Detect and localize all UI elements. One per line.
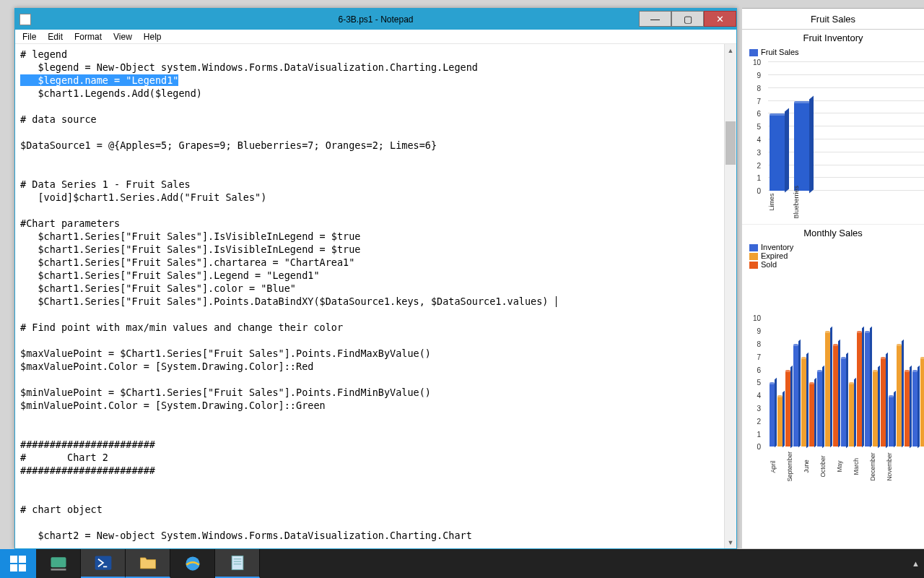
bar [833, 344, 838, 447]
chart2-title: Monthly Sales [746, 228, 920, 238]
bar [801, 357, 806, 447]
taskbar: ▲ [0, 549, 924, 578]
bar [849, 382, 854, 447]
chart-monthly-sales: Monthly Sales InventoryExpiredSold 01234… [742, 224, 924, 434]
legend-swatch [749, 262, 758, 269]
y-tick: 0 [757, 443, 761, 451]
taskbar-ie[interactable] [170, 549, 215, 578]
minimize-button[interactable]: — [639, 11, 671, 27]
bar [905, 370, 910, 447]
code-line: $legend = New-Object system.Windows.Form… [20, 61, 478, 73]
legend-item: Inventory [749, 243, 920, 251]
x-label: Blueberries [793, 186, 808, 219]
code-line: ####################### [20, 465, 155, 476]
menu-file[interactable]: File [17, 30, 42, 43]
y-tick: 10 [753, 59, 761, 66]
taskbar-server-manager[interactable] [36, 549, 81, 578]
text-editor[interactable]: # legend $legend = New-Object system.Win… [15, 44, 724, 548]
windows-icon [9, 555, 27, 572]
y-tick: 1 [757, 431, 761, 439]
y-tick: 7 [757, 353, 761, 361]
bar [889, 395, 894, 447]
chart-fruit-inventory: Fruit Inventory Fruit Sales 012345678910… [742, 30, 924, 221]
code-line: $chart1.Series["Fruit Sales"].Legend = "… [20, 269, 320, 281]
menubar: File Edit Format View Help [15, 30, 736, 44]
x-label: May [836, 452, 849, 482]
svg-rect-5 [51, 569, 66, 571]
scroll-down-button[interactable]: ▼ [725, 536, 736, 548]
code-line: [void]$chart1.Series.Add("Fruit Sales") [20, 191, 266, 203]
selected-text: $legend.name = "Legend1" [20, 74, 178, 86]
code-line: #Chart parameters [20, 217, 120, 229]
scroll-thumb[interactable] [725, 121, 736, 165]
y-tick: 0 [757, 187, 761, 195]
bar [817, 370, 822, 447]
code-line: $chart2 = New-object System.Windows.Form… [20, 530, 472, 541]
powershell-icon [93, 553, 113, 573]
taskbar-powershell[interactable] [81, 549, 126, 578]
bar [770, 382, 775, 447]
code-line: # data source [20, 113, 97, 125]
bar [785, 370, 790, 447]
y-tick: 3 [757, 405, 761, 413]
y-tick: 3 [757, 149, 761, 157]
y-tick: 2 [757, 418, 761, 426]
maximize-button[interactable]: ▢ [671, 11, 704, 27]
taskbar-explorer[interactable] [126, 549, 170, 578]
chart-window: Fruit Sales Fruit Inventory Fruit Sales … [742, 8, 924, 548]
legend-label: Expired [761, 251, 788, 260]
menu-view[interactable]: View [108, 30, 138, 43]
tray-chevron-up-icon[interactable]: ▲ [912, 559, 920, 568]
start-button[interactable] [0, 549, 36, 578]
svg-rect-3 [19, 564, 26, 571]
bar [865, 331, 870, 447]
notepad-icon [19, 14, 31, 25]
taskbar-notepad[interactable] [215, 549, 260, 578]
scroll-up-button[interactable]: ▲ [725, 44, 736, 56]
bar [770, 113, 785, 191]
legend-swatch [749, 49, 758, 56]
y-tick: 10 [753, 314, 761, 322]
folder-icon [138, 553, 158, 573]
svg-rect-8 [232, 556, 243, 569]
code-line: $chart1.Series["Fruit Sales"].chartarea … [20, 256, 354, 268]
titlebar[interactable]: 6-3B.ps1 - Notepad — ▢ ✕ [15, 9, 736, 30]
chart1-y-axis: 012345678910 [746, 59, 762, 191]
x-label: December [869, 452, 882, 482]
scroll-track[interactable] [725, 56, 736, 536]
chart2-bars [770, 331, 924, 447]
code-line: $chart1.Legends.Add($legend) [20, 87, 202, 99]
chart2-x-labels: AprilSeptemberJuneOctoberMayMarchDecembe… [770, 452, 899, 482]
vertical-scrollbar[interactable]: ▲ ▼ [724, 44, 736, 548]
code-line: $chart1.Series["Fruit Sales"].color = "B… [20, 282, 296, 294]
code-line: ####################### [20, 439, 155, 450]
y-tick: 5 [757, 123, 761, 131]
bar [881, 357, 886, 447]
code-line: # Find point with max/min values and cha… [20, 322, 343, 333]
code-line: # chart object [20, 504, 103, 515]
legend-swatch [749, 253, 758, 260]
y-tick: 2 [757, 162, 761, 170]
y-tick: 8 [757, 85, 761, 92]
bar [912, 370, 918, 447]
bar [809, 382, 814, 447]
menu-format[interactable]: Format [69, 30, 108, 43]
x-label: June [803, 452, 816, 482]
system-tray[interactable]: ▲ [907, 549, 924, 578]
chart2-legend: InventoryExpiredSold [749, 243, 920, 269]
x-label: April [770, 452, 783, 482]
y-tick: 9 [757, 72, 761, 79]
notepad-icon [227, 553, 248, 573]
y-tick: 4 [757, 136, 761, 144]
menu-help[interactable]: Help [138, 30, 167, 43]
menu-edit[interactable]: Edit [42, 30, 69, 43]
chart1-title: Fruit Inventory [746, 33, 920, 43]
code-line: $Chart1.Series["Fruit Sales"].Points.Dat… [20, 296, 549, 307]
y-tick: 5 [757, 379, 761, 387]
bar [825, 331, 830, 447]
bar [841, 357, 846, 447]
y-tick: 6 [757, 366, 761, 374]
code-line: $DataSource1 = @{Apples=5; Grapes=9; Blu… [20, 139, 437, 151]
code-line: $maxValuePoint.Color = [System.Drawing.C… [20, 361, 313, 372]
close-button[interactable]: ✕ [704, 11, 736, 27]
